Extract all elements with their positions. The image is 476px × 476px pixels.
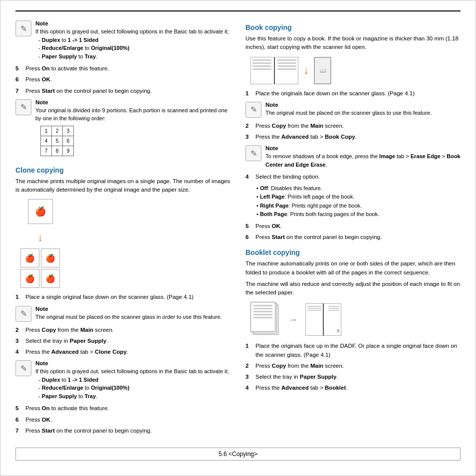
grid-cell-8: 8 [52, 146, 63, 156]
clone-step-2: 2 Press Copy from the Main screen. [15, 326, 231, 334]
grid-cell-6: 6 [63, 136, 74, 146]
book-step-4: 4 Select the binding option. [245, 173, 461, 181]
grid-cell-4: 4 [41, 136, 52, 146]
book-note-icon-2: ✎ [245, 145, 261, 161]
grid-cell-3: 3 [63, 126, 74, 136]
clone-note-1: ✎ Note The original must be placed on th… [15, 306, 231, 322]
step-5: 5 Press On to activate this feature. [15, 64, 231, 73]
clone-note-text-1: The original must be placed on the scann… [35, 313, 231, 321]
book-step-5: 5 Press OK. [245, 222, 461, 231]
book-note-label-2: Note [265, 145, 461, 151]
book-note-text-1: The original must be placed on the scann… [265, 109, 461, 117]
booklet-illustration: → 9 [250, 302, 461, 337]
note-text-1: If this option is grayed out, select fol… [35, 27, 231, 60]
note-box-1: ✎ Note If this option is grayed out, sel… [15, 20, 231, 60]
note-content-1: Note If this option is grayed out, selec… [35, 20, 231, 60]
right-column: Book copying Use this feature to copy a … [245, 16, 461, 438]
clone-note-icon-2: ✎ [15, 360, 31, 376]
booklet-desc-2: The machine will also reduce and correct… [245, 280, 461, 297]
book-bullet-left: • Left Page: Prints left page of the boo… [256, 193, 461, 202]
book-closed-img: 📖 [314, 57, 331, 84]
book-step-3: 3 Press the Advanced tab > Book Copy. [245, 133, 461, 141]
book-bullet-off: • Off: Disables this feature. [256, 184, 461, 193]
left-column: ✎ Note If this option is grayed out, sel… [15, 16, 231, 438]
clone-note-text-2: If this option is grayed out, select fol… [35, 367, 231, 400]
book-note-1: ✎ Note The original must be placed on th… [245, 102, 461, 118]
clone-step-4: 4 Press the Advanced tab > Clone Copy. [15, 348, 231, 356]
note-label-2: Note [35, 99, 231, 105]
page: ✎ Note If this option is grayed out, sel… [0, 0, 476, 476]
clone-step-7: 7 Press Start on the control panel to be… [15, 427, 231, 435]
book-note-label-1: Note [265, 102, 461, 108]
book-bullet-right: • Right Page: Prints right page of the b… [256, 202, 461, 211]
booklet-step-4: 4 Press the Advanced tab > Booklet. [245, 384, 461, 392]
booklet-result: 9 [305, 303, 341, 336]
clone-note-content-2: Note If this option is grayed out, selec… [35, 360, 231, 400]
book-bullet-list: • Off: Disables this feature. • Left Pag… [256, 184, 461, 219]
book-section-title: Book copying [245, 23, 461, 31]
book-desc: Use this feature to copy a book. If the … [245, 34, 461, 52]
clone-note-label-1: Note [35, 306, 231, 312]
clone-original-img: 🍎 [28, 199, 53, 224]
book-step-1: 1 Place the originals face down on the s… [245, 89, 461, 98]
book-open-img [250, 57, 298, 84]
book-note-content-2: Note To remove shadows of a book edge, p… [265, 145, 461, 169]
book-illustration: ↓ 📖 [250, 57, 461, 84]
book-bullet-both: • Both Page: Prints both facing pages of… [256, 210, 461, 219]
note-box-2: ✎ Note Your original is divided into 9 p… [15, 99, 231, 159]
step-6: 6 Press OK. [15, 75, 231, 84]
book-note-content-1: Note The original must be placed on the … [265, 102, 461, 117]
step-7: 7 Press Start on the control panel to be… [15, 87, 231, 95]
booklet-step-3: 3 Select the tray in Paper Supply. [245, 373, 461, 381]
clone-step-5: 5 Press On to activate this feature. [15, 404, 231, 413]
grid-table: 1 2 3 4 5 6 7 8 9 [40, 126, 74, 156]
clone-step-3: 3 Select the tray in Paper Supply. [15, 337, 231, 345]
note-text-2: Your original is divided into 9 portions… [35, 106, 231, 123]
grid-cell-1: 1 [41, 126, 52, 136]
booklet-section-title: Booklet copying [245, 248, 461, 256]
booklet-step-1: 1 Place the originals face up in the DAD… [245, 342, 461, 359]
booklet-step-2: 2 Press Copy from the Main screen. [245, 362, 461, 370]
clone-copies-img: 🍎 🍎 🍎 🍎 [20, 248, 60, 288]
footer-bar: 5.6 <Copying> [15, 448, 461, 461]
grid-cell-5: 5 [52, 136, 63, 146]
book-step-2: 2 Press Copy from the Main screen. [245, 122, 461, 130]
note-label-1: Note [35, 20, 231, 26]
booklet-stack [250, 302, 280, 337]
book-arrow: ↓ [303, 64, 309, 77]
clone-note-label-2: Note [35, 360, 231, 366]
book-note-icon-1: ✎ [245, 102, 261, 118]
grid-cell-2: 2 [52, 126, 63, 136]
clone-note-2: ✎ Note If this option is grayed out, sel… [15, 360, 231, 400]
clone-step-1: 1 Place a single original face down on t… [15, 293, 231, 301]
book-step-6: 6 Press Start on the control panel to be… [245, 233, 461, 241]
clone-note-icon-1: ✎ [15, 306, 31, 322]
clone-desc: The machine prints multiple original ima… [15, 177, 231, 195]
book-note-2: ✎ Note To remove shadows of a book edge,… [245, 145, 461, 169]
clone-step-6: 6 Press OK. [15, 416, 231, 424]
note-icon-2: ✎ [15, 99, 31, 115]
clone-illustration: 🍎 ↓ 🍎 🍎 🍎 🍎 [20, 199, 231, 288]
clone-section-title: Clone copying [15, 166, 231, 174]
booklet-desc-1: The machine automatically prints on one … [245, 259, 461, 277]
clone-arrow: ↓ [37, 231, 43, 244]
grid-cell-9: 9 [63, 146, 74, 156]
clone-note-content-1: Note The original must be placed on the … [35, 306, 231, 321]
note-content-2: Note Your original is divided into 9 por… [35, 99, 231, 159]
note-icon-1: ✎ [15, 20, 31, 36]
grid-cell-7: 7 [41, 146, 52, 156]
book-note-text-2: To remove shadows of a book edge, press … [265, 152, 461, 169]
booklet-arrow: → [288, 314, 298, 325]
footer-text: 5.6 <Copying> [219, 451, 257, 458]
